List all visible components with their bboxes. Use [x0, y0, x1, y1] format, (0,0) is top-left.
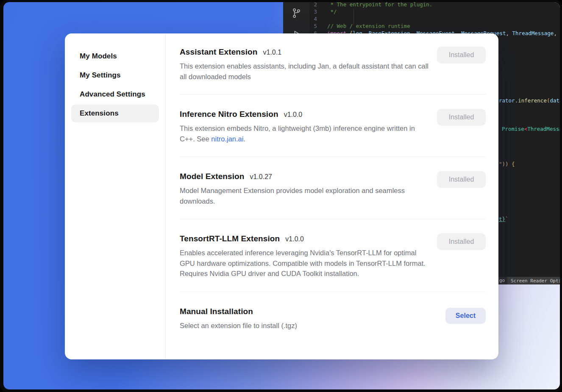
status-item-screen-reader[interactable]: Screen Reader Optimized — [507, 277, 560, 284]
extension-row-tensorrt: TensortRT-LLM Extension v1.0.0 Enables a… — [180, 219, 486, 292]
select-button[interactable]: Select — [445, 308, 486, 324]
extension-row-manual-install: Manual Installation Select an extension … — [180, 292, 486, 344]
extension-row-nitro: Inference Nitro Extension v1.0.0 This ex… — [180, 95, 486, 157]
extension-description: This extension embeds Nitro, a lightweig… — [180, 123, 430, 144]
settings-modal: My Models My Settings Advanced Settings … — [65, 33, 498, 359]
sidebar-item-my-models[interactable]: My Models — [71, 47, 159, 65]
extension-title: Inference Nitro Extension — [180, 110, 278, 119]
indent-guide — [353, 9, 354, 25]
installed-badge: Installed — [437, 47, 486, 63]
extension-description: Enables accelerated inference leveraging… — [180, 248, 430, 279]
extension-version: v1.0.0 — [284, 111, 303, 119]
extension-row-model: Model Extension v1.0.27 Model Management… — [180, 157, 486, 219]
extension-row-assistant: Assistant Extension v1.0.1 This extensio… — [180, 33, 486, 95]
installed-badge: Installed — [437, 233, 486, 250]
extension-version: v1.0.1 — [263, 49, 282, 56]
extension-description: Model Management Extension provides mode… — [180, 185, 430, 206]
screenshot-canvas: 2 * The entrypoint for the plugin.3 */45… — [0, 0, 562, 392]
extension-title: TensortRT-LLM Extension — [180, 234, 280, 243]
status-item-left[interactable]: go — [499, 278, 505, 283]
source-control-icon[interactable] — [291, 7, 302, 19]
nitro-jan-ai-link[interactable]: nitro.jan.ai — [211, 135, 243, 143]
extension-version: v1.0.27 — [250, 173, 272, 181]
extension-version: v1.0.0 — [285, 235, 304, 243]
extension-title: Model Extension — [180, 172, 244, 181]
sidebar-item-my-settings[interactable]: My Settings — [71, 66, 159, 84]
extension-title: Assistant Extension — [180, 47, 258, 57]
settings-sidebar: My Models My Settings Advanced Settings … — [65, 33, 166, 359]
installed-badge: Installed — [437, 109, 486, 126]
code-lines: 2 * The entrypoint for the plugin.3 */45… — [309, 2, 560, 37]
extension-description: Select an extension file to install (.tg… — [180, 320, 297, 331]
sidebar-item-extensions[interactable]: Extensions — [71, 105, 159, 122]
extension-title: Manual Installation — [180, 307, 253, 316]
sidebar-item-advanced-settings[interactable]: Advanced Settings — [71, 86, 159, 103]
extension-description: This extension enables assistants, inclu… — [180, 61, 430, 82]
installed-badge: Installed — [437, 171, 486, 188]
extensions-list: Assistant Extension v1.0.1 This extensio… — [166, 33, 498, 359]
